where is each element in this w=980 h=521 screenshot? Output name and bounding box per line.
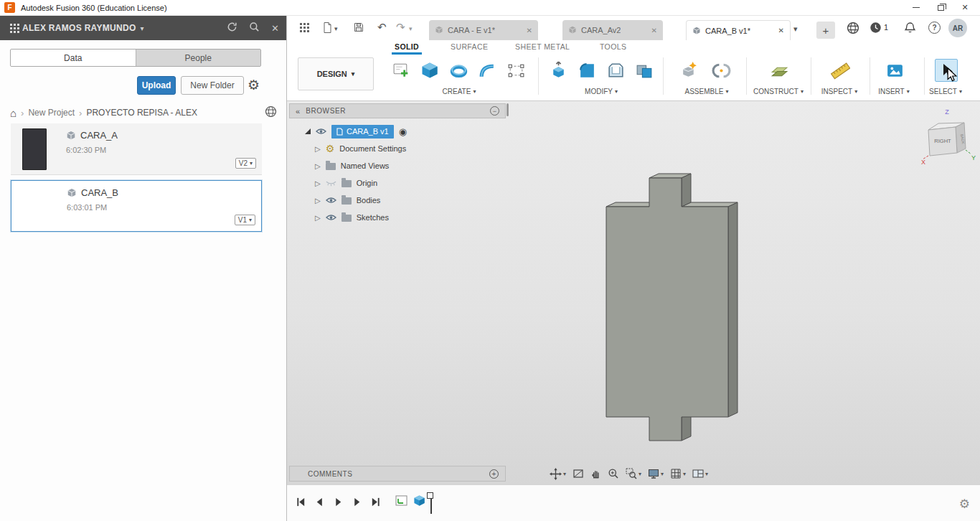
workspace-selector[interactable]: DESIGN ▾ — [298, 57, 374, 90]
group-select[interactable]: SELECT ▾ — [929, 88, 962, 95]
browser-header[interactable]: « BROWSER − — [289, 103, 506, 118]
group-construct[interactable]: CONSTRUCT ▾ — [753, 88, 804, 95]
doc-tab-cara-b[interactable]: CARA_B v1* ✕ — [686, 20, 791, 40]
close-window-button[interactable]: ✕ — [953, 0, 977, 15]
expand-arrow-icon[interactable]: ▷ — [315, 214, 321, 222]
timeline-settings-gear-icon[interactable]: ⚙ — [959, 497, 970, 512]
tab-people[interactable]: People — [136, 50, 261, 66]
tab-surface[interactable]: SURFACE — [451, 42, 488, 51]
tab-tools[interactable]: TOOLS — [600, 42, 626, 51]
doc-tab-cara-e[interactable]: CARA - E v1* ✕ — [429, 20, 538, 40]
close-panel-button[interactable]: ✕ — [271, 23, 279, 34]
new-tab-button[interactable]: + — [816, 22, 835, 39]
browser-node-bodies[interactable]: ▷ Bodies — [289, 192, 506, 209]
panel-settings-gear-icon[interactable]: ⚙ — [248, 76, 260, 95]
create-sketch-button[interactable] — [390, 59, 413, 82]
user-avatar[interactable]: AR — [948, 19, 967, 37]
group-assemble[interactable]: ASSEMBLE ▾ — [685, 88, 729, 95]
fillet-button[interactable] — [575, 59, 598, 82]
shell-button[interactable] — [604, 59, 627, 82]
pan-tool[interactable]: ▾ — [550, 468, 566, 480]
visibility-eye-icon[interactable] — [316, 128, 326, 135]
hub-grid-icon[interactable] — [10, 24, 12, 26]
minimize-button[interactable] — [904, 0, 928, 15]
comments-bar[interactable]: COMMENTS + — [289, 466, 506, 482]
tab-solid[interactable]: SOLID — [395, 42, 419, 51]
visibility-eye-off-icon[interactable] — [326, 179, 336, 187]
expand-arrow-icon[interactable]: ▷ — [315, 179, 321, 187]
group-create[interactable]: CREATE ▾ — [443, 88, 476, 95]
undo-button[interactable]: ↶ — [377, 21, 387, 34]
item-card-cara-a[interactable]: CARA_A 6:02:30 PM V2 ▾ — [11, 123, 262, 175]
browser-node-named-views[interactable]: ▷ Named Views — [289, 157, 506, 174]
new-folder-button[interactable]: New Folder — [181, 76, 244, 95]
version-badge[interactable]: V1 ▾ — [235, 215, 255, 225]
browser-node-document-settings[interactable]: ▷ ⚙ Document Settings — [289, 140, 506, 157]
breadcrumb-current[interactable]: PROYECTO REPISA - ALEX — [86, 108, 197, 118]
tab-data[interactable]: Data — [11, 50, 136, 66]
caret-down-icon[interactable]: ▾ — [334, 25, 338, 32]
browser-scrollbar[interactable] — [507, 103, 509, 116]
construct-plane-button[interactable] — [768, 59, 791, 82]
doc-tab-cara-a[interactable]: CARA_Av2 ✕ — [562, 20, 663, 40]
job-status-button[interactable] — [870, 22, 882, 36]
insert-button[interactable] — [883, 59, 906, 82]
upload-button[interactable]: Upload — [137, 76, 176, 95]
apps-grid-button[interactable] — [300, 23, 302, 25]
breadcrumb-parent[interactable]: New Project — [28, 108, 75, 118]
caret-down-icon[interactable]: ▾ — [409, 25, 413, 32]
press-pull-button[interactable] — [547, 59, 570, 82]
skip-to-start-button[interactable] — [296, 497, 306, 507]
tab-close-icon[interactable]: ✕ — [778, 27, 784, 34]
display-settings-tool[interactable]: ▾ — [648, 468, 664, 479]
group-insert[interactable]: INSERT ▾ — [878, 88, 910, 95]
step-back-button[interactable] — [314, 497, 325, 507]
browser-node-sketches[interactable]: ▷ Sketches — [289, 209, 506, 226]
notifications-button[interactable] — [904, 22, 916, 36]
play-button[interactable] — [333, 497, 344, 507]
visibility-eye-icon[interactable] — [326, 197, 336, 204]
visibility-eye-icon[interactable] — [326, 214, 336, 221]
expand-arrow-icon[interactable]: ▷ — [315, 145, 321, 153]
sketch-feature[interactable] — [395, 494, 408, 507]
group-modify[interactable]: MODIFY ▾ — [585, 88, 618, 95]
joint-button[interactable] — [710, 59, 732, 82]
expand-arrow-icon[interactable]: ▷ — [315, 197, 321, 205]
extension-globe-button[interactable] — [847, 22, 859, 37]
zoom-tool[interactable] — [608, 468, 619, 479]
save-button[interactable] — [353, 22, 364, 35]
restore-button[interactable] — [928, 0, 953, 15]
viewport-canvas[interactable]: « BROWSER − CARA_B v1 ◉ ▷ ⚙ Document Set… — [287, 100, 980, 484]
add-comment-icon[interactable]: + — [489, 469, 499, 479]
browser-root-item[interactable]: CARA_B v1 — [331, 125, 394, 139]
viewports-tool[interactable]: ▾ — [692, 468, 708, 479]
tab-sheet-metal[interactable]: SHEET METAL — [515, 42, 570, 51]
redo-button[interactable]: ↷ — [396, 21, 405, 34]
pan-hand-tool[interactable] — [590, 468, 601, 479]
step-forward-button[interactable] — [352, 497, 362, 507]
viewcube[interactable]: Z RIGHT BACK X Y — [918, 107, 977, 166]
extrude-feature[interactable] — [413, 494, 426, 507]
item-card-cara-b[interactable]: CARA_B 6:03:01 PM V1 ▾ — [11, 180, 262, 232]
look-at-tool[interactable] — [573, 468, 584, 479]
zoom-window-tool[interactable]: ▾ — [626, 468, 641, 479]
home-icon[interactable]: ⌂ — [10, 107, 17, 119]
expand-arrow-icon[interactable]: ▷ — [315, 162, 321, 170]
tab-list-chevron[interactable]: ▾ — [793, 24, 798, 34]
tab-close-icon[interactable]: ✕ — [527, 27, 532, 34]
account-name[interactable]: ALEX RAMOS RAYMUNDO — [22, 23, 136, 33]
revolve-button[interactable] — [447, 59, 470, 82]
browser-node-root[interactable]: CARA_B v1 ◉ — [289, 123, 506, 140]
share-globe-button[interactable] — [265, 105, 277, 120]
tab-close-icon[interactable]: ✕ — [651, 27, 657, 34]
new-component-button[interactable] — [677, 59, 700, 82]
measure-button[interactable] — [829, 59, 852, 82]
extrude-button[interactable] — [418, 59, 441, 82]
timeline-playhead[interactable] — [430, 492, 432, 514]
collapse-panel-icon[interactable]: « — [296, 107, 300, 116]
grid-layout-tool[interactable]: ▾ — [670, 468, 686, 479]
minimize-browser-button[interactable]: − — [490, 106, 499, 116]
create-form-button[interactable] — [504, 59, 527, 82]
sweep-button[interactable] — [476, 59, 499, 82]
group-inspect[interactable]: INSPECT ▾ — [821, 88, 857, 95]
